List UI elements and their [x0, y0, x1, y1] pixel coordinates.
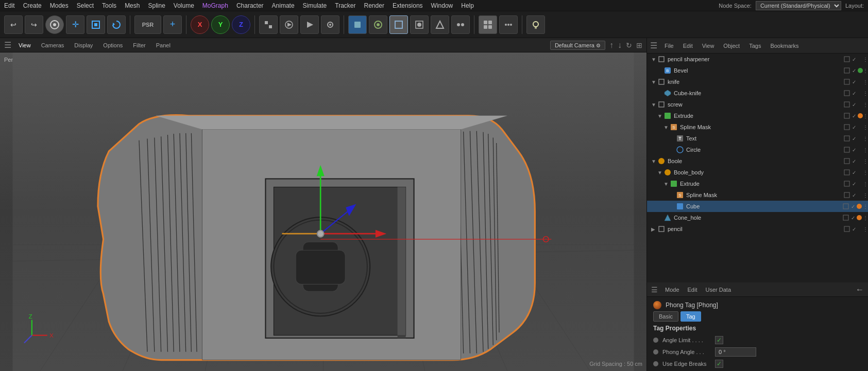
scene-item-screw[interactable]: ▼ screw ✓ ⋮	[647, 99, 868, 110]
mode-rotate-button[interactable]	[107, 15, 126, 34]
render-check-conehole[interactable]: ✓	[849, 214, 857, 221]
view-wire-button[interactable]	[389, 15, 408, 34]
visibility-check[interactable]	[843, 56, 850, 63]
visibility-check-sm2[interactable]	[843, 191, 850, 199]
expand-icon-text[interactable]	[670, 136, 676, 142]
undo-button[interactable]: ↩	[4, 15, 23, 34]
visibility-check-screw[interactable]	[843, 101, 850, 108]
expand-icon-boole[interactable]: ▼	[651, 158, 657, 164]
scene-item-splinemask1[interactable]: ▼ S Spline Mask ✓ ⋮	[647, 121, 868, 133]
visibility-check-pencil[interactable]	[843, 225, 850, 233]
redo-button[interactable]: ↪	[25, 15, 43, 34]
render-check[interactable]: ✓	[850, 56, 858, 63]
3d-viewport[interactable]: Perspective	[0, 52, 646, 371]
menu-tracker[interactable]: Tracker	[335, 2, 355, 9]
more-icon-cube[interactable]: ⋮	[863, 204, 866, 209]
expand-icon-extrude1[interactable]: ▼	[657, 113, 663, 119]
scene-item-text[interactable]: T Text ✓ ⋮	[647, 133, 868, 144]
scene-item-cube-knife[interactable]: Cube-knife ✓ ⋮	[647, 87, 868, 99]
expand-icon-cube[interactable]	[670, 204, 676, 209]
visibility-check-sm1[interactable]	[843, 123, 850, 131]
visibility-check-extrude1[interactable]	[843, 112, 850, 119]
visibility-check-cube[interactable]	[842, 203, 849, 210]
prop-check-angle-limit[interactable]: ✓	[715, 336, 723, 344]
menu-modes[interactable]: Modes	[50, 2, 69, 9]
view-mograph-button[interactable]	[451, 15, 470, 34]
tab-basic[interactable]: Basic	[653, 311, 678, 322]
view-sculpt-button[interactable]	[431, 15, 449, 34]
scene-item-cube[interactable]: Cube ✓ ⋮	[647, 201, 868, 212]
scene-item-pencil[interactable]: ▶ pencil ✓ ⋮	[647, 223, 868, 235]
render-check-knife[interactable]: ✓	[850, 78, 858, 85]
visibility-check-knife[interactable]	[843, 78, 850, 85]
more-icon-pencil[interactable]: ⋮	[863, 226, 866, 232]
render-check-cubeknife[interactable]: ✓	[850, 90, 858, 97]
right-menu-edit[interactable]: Edit	[679, 42, 697, 50]
render-check-extrude2[interactable]: ✓	[850, 180, 858, 187]
more-icon-screw[interactable]: ⋮	[863, 102, 866, 108]
viewport-expand[interactable]: ⊞	[636, 41, 642, 49]
axis-y-button[interactable]: Y	[211, 15, 230, 34]
tab-tag[interactable]: Tag	[680, 311, 701, 322]
menu-animate[interactable]: Animate	[272, 2, 295, 9]
view-bp-button[interactable]	[410, 15, 429, 34]
hamburger-icon[interactable]: ☰	[650, 41, 657, 50]
right-menu-view[interactable]: View	[698, 42, 719, 50]
phong-angle-input[interactable]	[715, 347, 756, 357]
menu-simulate[interactable]: Simulate	[303, 2, 327, 9]
render-check-screw[interactable]: ✓	[850, 101, 858, 108]
snap-to-button[interactable]	[479, 15, 497, 34]
visibility-check-extrude2[interactable]	[843, 180, 850, 187]
viewport-tab-options[interactable]: Options	[100, 41, 126, 49]
view-model-button[interactable]	[348, 15, 367, 34]
viewport-tab-filter[interactable]: Filter	[130, 41, 148, 49]
scene-item-cone-hole[interactable]: Cone_hole ✓ ⋮	[647, 212, 868, 223]
props-edit-item[interactable]: Edit	[685, 286, 701, 294]
scene-item-extrude2[interactable]: ▼ Extrude ✓ ⋮	[647, 178, 868, 189]
more-icon-extrude2[interactable]: ⋮	[863, 181, 866, 187]
mode-move-button[interactable]: ✛	[66, 15, 84, 34]
expand-icon-circle[interactable]	[670, 147, 676, 153]
render-settings-button[interactable]	[321, 15, 339, 34]
axis-x-button[interactable]: X	[191, 15, 209, 34]
more-icon-circle[interactable]: ⋮	[863, 147, 866, 153]
psr-button[interactable]: PSR	[134, 15, 161, 34]
mode-scale-button[interactable]	[87, 15, 105, 34]
more-icon-conehole[interactable]: ⋮	[863, 215, 866, 221]
camera-label[interactable]: Default Camera ⚙	[550, 41, 605, 50]
visibility-check-boole[interactable]	[843, 157, 850, 165]
add-object-button[interactable]: +	[163, 15, 182, 34]
viewport-nav-next[interactable]: ↓	[618, 41, 622, 50]
expand-icon-screw[interactable]: ▼	[651, 102, 657, 108]
visibility-check-boolebody[interactable]	[843, 169, 850, 176]
scene-item-splinemask2[interactable]: S Spline Mask ✓ ⋮	[647, 189, 868, 201]
right-menu-file[interactable]: File	[660, 42, 678, 50]
render-check-boolebody[interactable]: ✓	[850, 169, 858, 176]
expand-icon-cubeknife[interactable]	[657, 91, 663, 96]
viewport-refresh[interactable]: ↻	[626, 41, 632, 49]
visibility-check-bevel[interactable]	[843, 67, 850, 74]
viewport-tab-cameras[interactable]: Cameras	[38, 41, 67, 49]
render-check-cube[interactable]: ✓	[849, 203, 857, 210]
node-space-select[interactable]: Current (Standard/Physical)	[756, 1, 841, 10]
more-icon-sm1[interactable]: ⋮	[863, 125, 866, 130]
render-view-button[interactable]	[280, 15, 298, 34]
panel-icon[interactable]: ☰	[4, 40, 11, 50]
menu-extensions[interactable]: Extensions	[393, 2, 423, 9]
render-check-circle[interactable]: ✓	[850, 146, 858, 153]
scene-item-pencil-sharpener[interactable]: ▼ pencil sharpener ✓ ⋮	[647, 54, 868, 65]
more-button[interactable]	[499, 15, 518, 34]
menu-character[interactable]: Character	[236, 2, 264, 9]
right-menu-object[interactable]: Object	[719, 42, 744, 50]
visibility-check-text[interactable]	[843, 135, 850, 142]
expand-icon-sm2[interactable]	[670, 192, 676, 198]
more-icon-knife[interactable]: ⋮	[863, 79, 866, 85]
expand-icon-pencil[interactable]: ▶	[651, 226, 657, 232]
more-icon-boolebody[interactable]: ⋮	[863, 170, 866, 175]
menu-tools[interactable]: Tools	[102, 2, 116, 9]
scene-item-boole[interactable]: ▼ Boole ✓ ⋮	[647, 155, 868, 167]
back-arrow-icon[interactable]: ←	[856, 285, 864, 294]
expand-icon-conehole[interactable]	[657, 215, 663, 221]
render-check-bevel[interactable]: ✓	[850, 67, 858, 74]
menu-mograph[interactable]: MoGraph	[202, 2, 228, 9]
